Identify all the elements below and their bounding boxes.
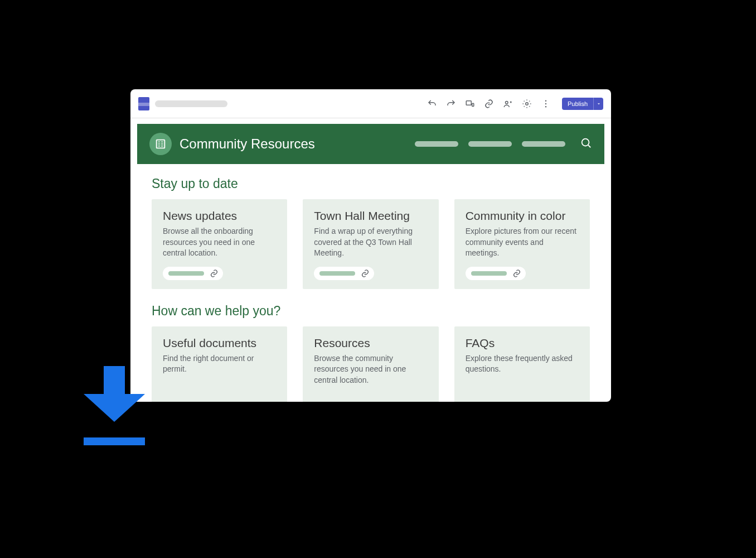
publish-button-group: Publish — [562, 98, 603, 110]
card-desc: Explore these frequently asked questions… — [466, 353, 579, 375]
card-title: Useful documents — [163, 336, 276, 350]
link-icon — [361, 269, 370, 278]
card-community-color[interactable]: Community in color Explore pictures from… — [454, 199, 590, 289]
link-icon — [210, 269, 219, 278]
card-desc: Browse the community resources you need … — [314, 353, 427, 386]
card-link-button[interactable] — [163, 267, 223, 280]
card-desc: Find a wrap up of everything covered at … — [314, 226, 427, 259]
svg-point-3 — [526, 102, 529, 105]
section-heading[interactable]: How can we help you? — [152, 304, 590, 319]
site-nav — [415, 137, 592, 151]
search-icon[interactable] — [580, 137, 592, 151]
link-icon[interactable] — [484, 99, 494, 109]
link-icon — [512, 269, 521, 278]
card-desc: Find the right document or permit. — [163, 353, 276, 375]
sites-app-icon[interactable] — [138, 97, 149, 110]
nav-item-placeholder[interactable] — [522, 141, 565, 147]
card-news-updates[interactable]: News updates Browse all the onboarding r… — [152, 199, 287, 289]
svg-line-15 — [588, 145, 590, 147]
card-title: Resources — [314, 336, 427, 350]
editor-window: Publish Community Resources Stay up to d… — [130, 89, 611, 402]
redo-icon[interactable] — [446, 99, 456, 109]
card-row: News updates Browse all the onboarding r… — [152, 199, 590, 289]
app-toolbar: Publish — [130, 89, 611, 118]
svg-point-5 — [545, 103, 546, 104]
card-title: News updates — [163, 209, 276, 223]
svg-point-4 — [545, 100, 546, 101]
nav-item-placeholder[interactable] — [468, 141, 512, 147]
section-heading[interactable]: Stay up to date — [152, 176, 590, 191]
publish-dropdown[interactable] — [593, 98, 603, 110]
card-link-button[interactable] — [466, 267, 526, 280]
card-link-button[interactable] — [314, 267, 374, 280]
download-icon — [84, 366, 145, 445]
preview-icon[interactable] — [465, 99, 475, 109]
card-resources[interactable]: Resources Browse the community resources… — [303, 326, 438, 402]
editor-canvas: Community Resources Stay up to date News… — [130, 118, 611, 402]
card-faqs[interactable]: FAQs Explore these frequently asked ques… — [454, 326, 590, 402]
card-desc: Explore pictures from our recent communi… — [466, 226, 579, 259]
svg-point-2 — [505, 101, 508, 104]
card-title: Community in color — [466, 209, 579, 223]
svg-point-6 — [545, 106, 546, 107]
card-town-hall[interactable]: Town Hall Meeting Find a wrap up of ever… — [303, 199, 438, 289]
site-body: Stay up to date News updates Browse all … — [137, 164, 604, 402]
svg-rect-7 — [157, 140, 165, 148]
card-useful-docs[interactable]: Useful documents Find the right document… — [152, 326, 287, 402]
site-logo-icon — [149, 133, 172, 155]
undo-icon[interactable] — [427, 99, 437, 109]
share-icon[interactable] — [503, 99, 513, 109]
svg-rect-1 — [472, 103, 474, 106]
card-desc: Browse all the onboarding resources you … — [163, 226, 276, 259]
svg-point-14 — [582, 139, 589, 146]
svg-rect-0 — [466, 100, 471, 105]
publish-button[interactable]: Publish — [562, 98, 593, 110]
nav-item-placeholder[interactable] — [415, 141, 458, 147]
card-row: Useful documents Find the right document… — [152, 326, 590, 402]
more-icon[interactable] — [541, 99, 551, 109]
document-title-placeholder[interactable] — [155, 100, 227, 107]
card-title: FAQs — [466, 336, 579, 350]
site-header: Community Resources — [137, 124, 604, 164]
link-text-placeholder — [319, 271, 355, 276]
site-title[interactable]: Community Resources — [180, 136, 315, 152]
toolbar-actions — [427, 99, 551, 109]
card-title: Town Hall Meeting — [314, 209, 427, 223]
gear-icon[interactable] — [522, 99, 532, 109]
link-text-placeholder — [471, 271, 507, 276]
link-text-placeholder — [168, 271, 204, 276]
